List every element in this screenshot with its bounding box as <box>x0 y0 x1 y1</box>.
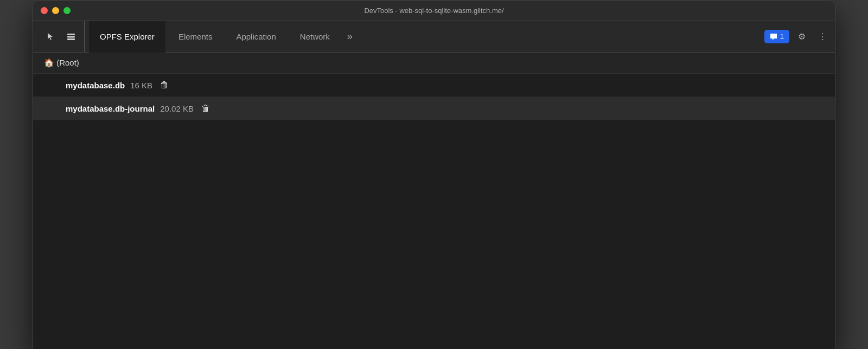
toolbar-left-icons <box>37 21 85 52</box>
svg-rect-1 <box>67 36 75 37</box>
delete-icon-1[interactable]: 🗑 <box>160 80 169 90</box>
devtools-window: DevTools - web-sql-to-sqlite-wasm.glitch… <box>33 0 835 349</box>
titlebar: DevTools - web-sql-to-sqlite-wasm.glitch… <box>33 1 835 21</box>
more-options-icon[interactable]: ⋮ <box>814 29 831 45</box>
comment-count: 1 <box>780 33 784 41</box>
content-area: 🏠 (Root) mydatabase.db 16 KB 🗑 mydatabas… <box>33 53 835 349</box>
comment-button[interactable]: 1 <box>764 30 789 43</box>
traffic-lights <box>41 7 71 14</box>
file-name-2: mydatabase.db-journal <box>66 104 155 113</box>
minimize-button[interactable] <box>52 7 59 14</box>
tab-application[interactable]: Application <box>225 21 286 53</box>
window-title: DevTools - web-sql-to-sqlite-wasm.glitch… <box>364 7 503 15</box>
root-row: 🏠 (Root) <box>33 53 835 74</box>
svg-rect-2 <box>67 38 75 40</box>
file-size-1: 16 KB <box>130 81 152 90</box>
maximize-button[interactable] <box>63 7 71 14</box>
cursor-icon[interactable] <box>42 28 59 46</box>
toolbar: OPFS Explorer Elements Application Netwo… <box>33 21 835 53</box>
close-button[interactable] <box>41 7 48 14</box>
file-size-2: 20.02 KB <box>160 104 194 113</box>
file-row-2[interactable]: mydatabase.db-journal 20.02 KB 🗑 <box>33 97 835 120</box>
layers-icon[interactable] <box>62 28 80 46</box>
file-row-1[interactable]: mydatabase.db 16 KB 🗑 <box>33 74 835 97</box>
svg-rect-0 <box>67 34 75 35</box>
tab-opfs-explorer[interactable]: OPFS Explorer <box>89 21 165 53</box>
root-label: 🏠 (Root) <box>44 58 79 68</box>
tab-network[interactable]: Network <box>289 21 341 53</box>
toolbar-right: 1 ⚙ ⋮ <box>764 29 831 45</box>
settings-icon[interactable]: ⚙ <box>794 29 810 45</box>
file-name-1: mydatabase.db <box>66 81 125 90</box>
more-tabs-button[interactable]: » <box>343 21 357 53</box>
delete-icon-2[interactable]: 🗑 <box>201 104 210 113</box>
tab-elements[interactable]: Elements <box>168 21 224 53</box>
